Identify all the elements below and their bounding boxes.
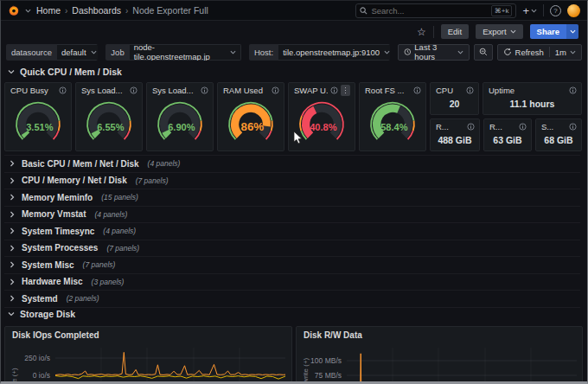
row-panel-count: (7 panels) [136,176,169,185]
row-system-misc[interactable]: System Misc (7 panels) [4,257,580,274]
panel-sys-load-5m[interactable]: Sys Load... 6.55% [75,82,143,151]
panel-disk-rw-data[interactable]: Disk R/W Data 100 MB/s 75 MB/s Bytes rea… [296,326,583,384]
row-panel-count: (7 panels) [83,260,116,269]
row-memory-meminfo[interactable]: Memory Meminfo (15 panels) [4,189,580,207]
kebab-menu-icon[interactable] [341,85,350,96]
search-box[interactable]: ⌘+k [355,3,516,18]
info-icon[interactable] [467,123,475,131]
grafana-logo-icon[interactable] [8,4,20,16]
info-icon[interactable] [59,86,67,94]
search-input[interactable] [371,6,487,16]
panel-title[interactable]: Disk IOps Completed [12,330,99,340]
chevron-down-icon[interactable] [25,8,31,14]
panel-title[interactable]: CPU Busy [10,86,56,95]
share-button[interactable]: Share [530,24,578,39]
info-icon[interactable] [569,86,577,94]
panel-disk-iops-completed[interactable]: Disk IOps Completed 250 io/s 0 io/s IO r… [4,326,292,384]
info-icon[interactable] [130,86,137,94]
chevron-down-icon [510,29,516,35]
export-button[interactable]: Export [476,24,522,39]
breadcrumb-home[interactable]: Home [36,5,61,16]
gauge: 40.8% [291,97,352,144]
row-title: Systemd [22,294,58,304]
row-panel-count: (3 panels) [92,278,125,286]
panel-title[interactable]: R... [489,122,516,131]
share-dropdown-caret[interactable] [566,24,578,39]
panel-title[interactable]: Disk R/W Data [304,330,362,340]
time-range-picker[interactable]: Last 3 hours [398,44,470,61]
variable-host: Host: tile.openstreetmap.jp:9100 [249,44,390,61]
edit-button[interactable]: Edit [441,24,469,39]
row-panel-count: (2 panels) [67,294,99,303]
panel-title[interactable]: R... [436,122,464,131]
panel-title[interactable]: S... [541,122,566,131]
chevron-down-icon [570,29,576,35]
panel-ram-used[interactable]: RAM Used 86% [217,82,284,151]
refresh-button[interactable]: Refresh 1m [497,44,582,61]
chevron-right-icon [9,261,16,268]
info-icon[interactable] [201,86,208,94]
panel-swap-total[interactable]: S... 68 GiB [535,118,582,151]
panel-title[interactable]: Uptime [489,86,566,95]
job-select[interactable]: node-tile.openstreetmap.jp [130,44,241,61]
stat-value: 20 [431,99,478,109]
panel-title[interactable]: CPU [436,86,463,95]
plus-icon: + [522,4,529,17]
info-icon[interactable] [413,86,421,94]
row-system-timesync[interactable]: System Timesync (4 panels) [4,223,580,240]
info-icon[interactable] [519,123,527,131]
row-title: System Processes [22,243,98,253]
row-quick-cpu-mem-disk[interactable]: Quick CPU / Mem / Disk [8,67,122,77]
row-cpu-memory-net-disk[interactable]: CPU / Memory / Net / Disk (7 panels) [4,173,580,190]
panel-cpu-busy[interactable]: CPU Busy 3.51% [4,82,72,151]
panel-title[interactable]: Sys Load... [81,86,127,95]
help-icon[interactable]: ? [550,5,561,16]
row-memory-vmstat[interactable]: Memory Vmstat (4 panels) [4,207,580,224]
clock-icon [404,48,412,56]
panel-root-fs-used[interactable]: Root FS ... 58.4% [359,82,426,151]
time-series-plot[interactable] [55,348,285,384]
row-panel-count: (4 panels) [148,159,181,168]
panel-cpu-cores[interactable]: CPU 20 [430,82,479,115]
share-label: Share [530,24,566,39]
svg-text:6.55%: 6.55% [97,122,125,132]
row-basic-cpu-mem-net-disk[interactable]: Basic CPU / Mem / Net / Disk (4 panels) [4,156,580,173]
add-new-button[interactable]: + [522,4,537,17]
row-hardware-misc[interactable]: Hardware Misc (3 panels) [4,274,580,291]
host-select[interactable]: tile.openstreetmap.jp:9100 [278,44,390,61]
datasource-select[interactable]: default [57,44,98,61]
panel-rootfs-total[interactable]: R... 488 GiB [430,118,480,151]
chevron-right-icon [9,177,16,184]
panel-title[interactable]: SWAP U... [294,86,328,95]
panel-sys-load-15m[interactable]: Sys Load... 6.90% [146,82,214,151]
star-icon[interactable]: ☆ [417,27,426,37]
breadcrumb-dashboards[interactable]: Dashboards [72,5,121,16]
dashboard-toolbar: ☆ Edit Export Share [1,22,587,42]
chevron-down-icon [8,68,15,75]
row-storage-disk[interactable]: Storage Disk [8,309,75,319]
info-icon[interactable] [569,123,577,131]
info-icon[interactable] [466,86,474,94]
panel-ram-total[interactable]: R... 63 GiB [483,118,532,151]
panel-uptime[interactable]: Uptime 11.1 hours [483,82,582,115]
chevron-down-icon [570,49,576,55]
chevron-right-icon [9,227,16,234]
divider [549,47,550,57]
job-value: node-tile.openstreetmap.jp [134,44,226,61]
refresh-interval[interactable]: 1m [555,48,566,57]
variable-label: Job [105,44,129,61]
info-icon[interactable] [330,86,338,94]
zoom-out-button[interactable] [474,44,493,61]
stat-value: 11.1 hours [483,99,581,109]
panel-title[interactable]: Sys Load... [152,86,198,95]
info-icon[interactable] [272,86,279,94]
panel-title[interactable]: RAM Used [223,86,269,95]
panel-title[interactable]: Root FS ... [365,86,411,95]
time-series-plot[interactable] [347,348,577,384]
row-systemd[interactable]: Systemd (2 panels) [4,291,580,308]
row-system-processes[interactable]: System Processes (7 panels) [4,240,580,258]
row-title: Hardware Misc [22,277,83,286]
panel-swap-used[interactable]: SWAP U... 40.8% [288,82,355,151]
chevron-down-icon [230,49,236,55]
avatar[interactable] [567,4,580,17]
